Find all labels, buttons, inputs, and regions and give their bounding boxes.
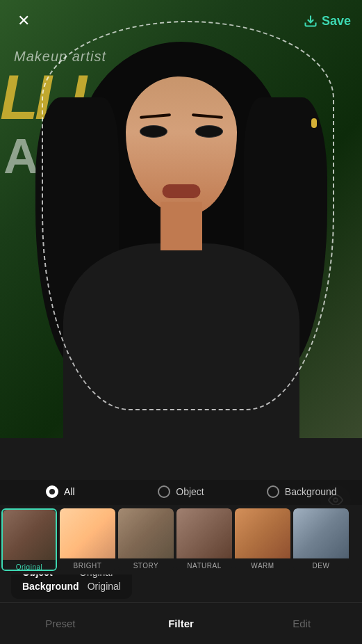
face-features [126,83,237,223]
thumb-natural-label: NATURAL [176,558,232,571]
info-row-background: Background Original [22,581,121,592]
thumb-dew-label: DEW [293,558,349,571]
filter-option-all[interactable]: All [0,480,121,505]
thumb-natural[interactable]: NATURAL [176,508,232,571]
thumb-story-label: STORY [118,558,174,571]
thumb-bright-label: BRIGHT [60,558,115,571]
thumb-dew-image [293,508,349,558]
person-figure [49,35,313,438]
thumb-original[interactable]: Original [1,508,57,571]
nav-item-filter[interactable]: Filter [121,603,242,644]
save-button[interactable]: Save [304,14,351,29]
thumb-original-label: Original [3,560,56,571]
thumb-bright-image [60,508,115,558]
thumb-natural-image [176,508,232,558]
thumb-story[interactable]: STORY [118,508,174,571]
eyebrow-left [139,113,170,119]
header: ✕ Save [0,0,362,42]
radio-all [46,485,58,498]
thumb-warm[interactable]: WARM [235,508,290,571]
earring-right [311,118,317,128]
thumb-original-image [3,510,56,560]
portrait-background: Makeup artist LLL AUTY [0,0,362,438]
nav-item-preset[interactable]: Preset [0,603,121,644]
thumb-bright[interactable]: BRIGHT [60,508,115,571]
thumb-warm-image [235,508,290,558]
thumbnail-strip[interactable]: Original BRIGHT STORY NATURAL WARM DEW [0,505,362,574]
bottom-navigation: Preset Filter Edit [0,602,362,644]
background-label: Background [22,581,79,592]
eyebrow-right [191,113,222,119]
radio-background [267,485,279,498]
thumb-story-image [118,508,174,558]
body [63,243,299,438]
filter-selector-bar: All Object Background [0,480,362,505]
filter-option-background[interactable]: Background [241,480,362,505]
eye-left [140,125,167,138]
background-value: Original [88,581,121,592]
radio-object [158,485,170,498]
thumb-dew[interactable]: DEW [293,508,349,571]
thumb-warm-label: WARM [235,558,290,571]
main-image-area: Makeup artist LLL AUTY [0,0,362,438]
filter-option-object[interactable]: Object [121,480,242,505]
save-icon [304,14,318,28]
nav-item-edit[interactable]: Edit [241,603,362,644]
close-button[interactable]: ✕ [11,8,36,33]
lips [162,184,200,198]
eye-right [195,125,223,138]
